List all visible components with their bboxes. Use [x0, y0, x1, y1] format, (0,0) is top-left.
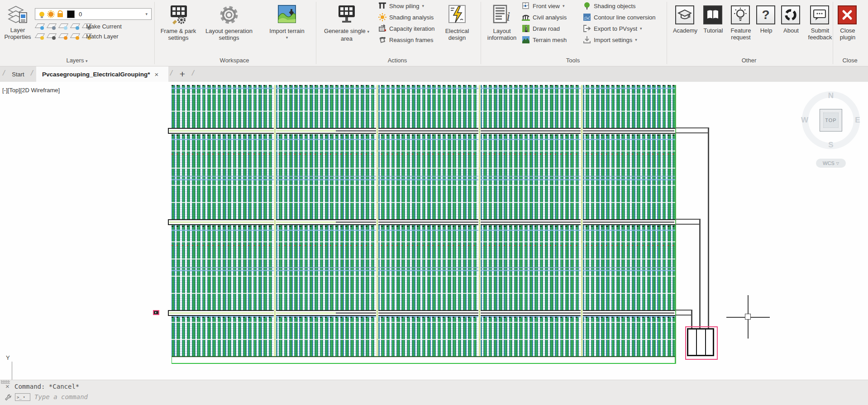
- ucs-y-label: Y: [6, 354, 10, 361]
- idea-bulb-icon: [731, 5, 750, 24]
- panel-settings-icon: [168, 4, 189, 26]
- import-download-icon: [583, 36, 591, 44]
- layout-information-button[interactable]: i Layout information: [484, 4, 520, 41]
- front-view-button[interactable]: Front view▾: [522, 1, 565, 10]
- draw-road-button[interactable]: Draw road: [522, 24, 560, 33]
- submit-feedback-button[interactable]: [810, 5, 829, 24]
- contour-line-conversion-button[interactable]: Contour line conversion: [583, 13, 656, 22]
- chevron-down-icon: ▽: [836, 161, 839, 165]
- electrical-design-button[interactable]: Electrical design: [442, 4, 472, 41]
- tab-active-drawing[interactable]: Pvcasegrouping_ElectricalGrouping* ×: [36, 66, 168, 82]
- viewcube-west[interactable]: W: [801, 116, 808, 125]
- layout-generation-settings-button[interactable]: Layout generation settings: [201, 4, 257, 41]
- tab-close-icon[interactable]: ×: [155, 71, 159, 78]
- import-settings-button[interactable]: Import settings▾: [583, 35, 637, 44]
- layer-stack-icon: [7, 4, 29, 25]
- layer-off-icon[interactable]: [35, 23, 44, 30]
- layer-combobox[interactable]: 0 ▾: [35, 8, 152, 20]
- layer-unisolate-icon[interactable]: [47, 33, 56, 40]
- feature-request-label[interactable]: Featurerequest: [731, 27, 751, 41]
- layer-properties-button[interactable]: Layer Properties: [2, 4, 33, 40]
- capacity-iteration-icon: [378, 24, 386, 33]
- viewcube-top-face[interactable]: TOP: [820, 109, 842, 132]
- shading-analysis-button[interactable]: Shading analysis: [378, 13, 434, 22]
- export-arrow-icon: [583, 24, 591, 33]
- help-button[interactable]: ?: [756, 5, 775, 24]
- string-wire: [699, 219, 701, 342]
- generate-single-area-button[interactable]: Generate single ▾ area: [320, 4, 374, 42]
- pvcase-autocad-window: Layers ▾ Workspace Actions Tools Other C…: [0, 0, 868, 405]
- terrain-mesh-icon: [522, 36, 530, 44]
- combiner-box[interactable]: [687, 328, 714, 356]
- gear-icon: [218, 4, 240, 26]
- feature-request-button[interactable]: [731, 5, 750, 24]
- chevron-down-icon: ▾: [367, 29, 369, 34]
- close-plugin-button[interactable]: [838, 5, 857, 24]
- frame-park-label: Frame & park: [157, 28, 200, 34]
- drawing-canvas[interactable]: [-][Top][2D Wireframe]: [0, 82, 868, 405]
- front-view-icon: [522, 2, 530, 10]
- about-button[interactable]: [781, 5, 800, 24]
- viewport-controls-label[interactable]: [-][Top][2D Wireframe]: [2, 87, 60, 94]
- layout-information-label2: information: [484, 34, 520, 41]
- layers-group-label[interactable]: Layers ▾: [66, 57, 87, 64]
- viewcube-south[interactable]: S: [828, 141, 833, 150]
- academy-button[interactable]: [675, 5, 694, 24]
- match-layer-button[interactable]: Match Layer: [86, 33, 119, 40]
- import-terrain-button[interactable]: Import terrain ▾: [264, 4, 310, 41]
- tab-separator: /: [3, 69, 5, 78]
- reassign-frames-button[interactable]: Reassign frames: [378, 35, 434, 44]
- layer-isolate-icon[interactable]: [47, 23, 56, 30]
- customize-wrench-icon[interactable]: [5, 394, 12, 401]
- wcs-dropdown[interactable]: WCS▽: [816, 159, 846, 168]
- shading-objects-button[interactable]: Shading objects: [583, 1, 636, 10]
- layer-properties-label2: Properties: [2, 33, 33, 40]
- feedback-bubble-icon: [810, 5, 829, 24]
- layer-thaw-icon[interactable]: [59, 33, 67, 40]
- terrain-mesh-button[interactable]: Terrain mesh: [522, 35, 567, 44]
- layer-thaw-sun-icon[interactable]: [48, 12, 53, 17]
- tutorial-label[interactable]: Tutorial: [704, 27, 723, 34]
- section-divider: [376, 85, 378, 364]
- new-tab-button[interactable]: +: [176, 66, 189, 82]
- tutorial-button[interactable]: [703, 5, 722, 24]
- viewcube-north[interactable]: N: [828, 91, 834, 100]
- command-input[interactable]: Type a command: [34, 393, 88, 400]
- layer-on-icon[interactable]: [35, 33, 44, 40]
- string-wire: [708, 127, 709, 342]
- piling-icon: [378, 2, 386, 10]
- command-prompt-dropdown[interactable]: >_▾: [15, 393, 30, 401]
- tab-separator: /: [31, 69, 33, 78]
- about-label[interactable]: About: [783, 27, 799, 34]
- capacity-iteration-icon-button[interactable]: Capacity iteration: [378, 24, 434, 33]
- frame-park-settings-button[interactable]: Frame & park settings: [157, 4, 200, 41]
- electrical-design-label2: design: [442, 34, 472, 41]
- make-current-button[interactable]: Make Current: [86, 23, 122, 30]
- layer-on-bulb-icon[interactable]: [39, 12, 44, 17]
- civil-analysis-button[interactable]: Civil analysis: [522, 13, 567, 22]
- layer-unlock-icon[interactable]: [57, 13, 63, 17]
- submit-feedback-label[interactable]: Submitfeedback: [808, 27, 832, 41]
- close-plugin-label[interactable]: Closeplugin: [840, 27, 856, 41]
- tree-icon: [583, 2, 591, 10]
- chevron-down-icon[interactable]: ▾: [145, 12, 148, 16]
- help-label[interactable]: Help: [760, 27, 773, 34]
- frame-park-label2: settings: [157, 34, 200, 41]
- command-close-icon[interactable]: ×: [5, 382, 10, 390]
- layer-color-swatch[interactable]: [67, 10, 75, 18]
- export-to-pvsyst-button[interactable]: Export to PVsyst▾: [583, 24, 642, 33]
- pickbox: [745, 314, 751, 320]
- show-piling-button[interactable]: Show piling▾: [378, 1, 424, 10]
- selected-marker[interactable]: [153, 310, 159, 315]
- pv-panel-row: [172, 316, 676, 356]
- section-divider: [274, 85, 276, 364]
- academy-label[interactable]: Academy: [673, 27, 697, 34]
- array-boundary: [172, 356, 676, 364]
- tab-start[interactable]: Start: [6, 66, 30, 82]
- layer-lock-icon[interactable]: [71, 23, 79, 30]
- layer-unlock2-icon[interactable]: [71, 33, 79, 40]
- layer-freeze-icon[interactable]: [59, 23, 67, 30]
- pv-panel-row: [172, 85, 676, 128]
- chevron-down-icon: ▾: [635, 38, 637, 42]
- viewcube-east[interactable]: E: [855, 116, 860, 125]
